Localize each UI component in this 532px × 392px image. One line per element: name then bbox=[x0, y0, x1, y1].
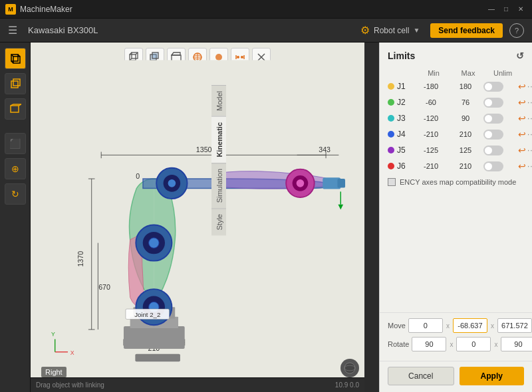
rotate-z-input[interactable] bbox=[501, 337, 532, 351]
svg-text:Y: Y bbox=[51, 331, 55, 338]
limits-header: Min Max Unlim bbox=[388, 69, 524, 77]
j3-more-button[interactable]: ··· bbox=[527, 114, 532, 123]
rotate-x-input[interactable] bbox=[412, 337, 446, 351]
main-area: ⬛ ⊕ ↻ bbox=[0, 43, 532, 392]
rotate-y-input[interactable] bbox=[456, 337, 491, 351]
joint-row-j1: J1 -180 180 ↩ ··· bbox=[388, 80, 524, 93]
j6-more-button[interactable]: ··· bbox=[527, 161, 532, 171]
j1-more-button[interactable]: ··· bbox=[527, 82, 532, 91]
j1-toggle[interactable] bbox=[483, 82, 503, 92]
app-title: MachineMaker bbox=[20, 5, 72, 14]
move-x-input[interactable] bbox=[408, 318, 443, 333]
j6-min: -210 bbox=[414, 162, 448, 170]
col-min: Min bbox=[417, 69, 450, 77]
view-label: Right bbox=[41, 367, 66, 377]
joint-dot-j6 bbox=[388, 163, 394, 169]
toolbar-cube3-button[interactable] bbox=[5, 98, 26, 120]
joint-row-j2: J2 -60 76 ↩ ··· bbox=[388, 96, 524, 109]
j4-arrow-icon[interactable]: ↩ bbox=[518, 129, 526, 140]
toolbar-cube1-button[interactable] bbox=[5, 48, 26, 69]
svg-rect-66 bbox=[337, 179, 345, 188]
toolbar-cube2-button[interactable] bbox=[5, 73, 26, 94]
j4-toggle[interactable] bbox=[483, 130, 503, 140]
svg-rect-31 bbox=[31, 60, 364, 374]
svg-text:670: 670 bbox=[98, 283, 110, 291]
move-rotate-panel: Move x x Rotate x x bbox=[380, 312, 532, 361]
robot-cell-selector[interactable]: ⚙ Robot cell ▼ bbox=[360, 24, 420, 37]
joint-dot-j1 bbox=[388, 83, 394, 90]
j1-arrow-icon[interactable]: ↩ bbox=[518, 81, 526, 92]
j3-arrow-icon[interactable]: ↩ bbox=[518, 113, 526, 124]
j5-toggle[interactable] bbox=[483, 146, 503, 155]
app-icon: M bbox=[5, 4, 16, 15]
maximize-button[interactable]: □ bbox=[500, 5, 512, 14]
tab-simulation[interactable]: Simulation bbox=[211, 163, 226, 208]
coordinates: 10.9 0.0 bbox=[335, 381, 359, 389]
toolbar-move-button[interactable]: ⊕ bbox=[5, 158, 26, 179]
cancel-button[interactable]: Cancel bbox=[388, 367, 454, 385]
joint-dot-j4 bbox=[388, 131, 394, 138]
j4-more-button[interactable]: ··· bbox=[527, 130, 532, 139]
svg-text:1350: 1350 bbox=[196, 146, 212, 153]
joint-row-j6: J6 -210 210 ↩ ··· bbox=[388, 159, 524, 173]
feedback-button[interactable]: Send feedback bbox=[430, 23, 503, 38]
tab-model[interactable]: Model bbox=[211, 85, 226, 116]
menu-icon[interactable]: ☰ bbox=[8, 24, 17, 37]
toolbar-rotate-button[interactable]: ↻ bbox=[5, 183, 26, 205]
joint-row-j5: J5 -125 125 ↩ ··· bbox=[388, 144, 524, 157]
j6-arrow-icon[interactable]: ↩ bbox=[518, 161, 526, 171]
robot-cell-dropdown-icon[interactable]: ▼ bbox=[413, 27, 420, 34]
move-z-input[interactable] bbox=[497, 318, 532, 333]
rotate-row: Rotate x x bbox=[388, 337, 524, 351]
viewport[interactable]: 1350 343 0 1370 670 210 bbox=[31, 43, 364, 392]
col-max: Max bbox=[452, 69, 485, 77]
joint-dot-j3 bbox=[388, 115, 394, 122]
j2-max: 76 bbox=[449, 98, 482, 106]
j2-more-button[interactable]: ··· bbox=[527, 98, 532, 107]
j3-min: -120 bbox=[414, 114, 448, 122]
col-unlim: Unlim bbox=[486, 69, 519, 77]
refresh-icon[interactable]: ↺ bbox=[516, 50, 524, 61]
move-y-input[interactable] bbox=[453, 318, 487, 333]
ency-checkbox[interactable] bbox=[388, 178, 396, 186]
joint-label-j4: J4 bbox=[388, 130, 412, 139]
help-button[interactable]: ? bbox=[509, 23, 524, 38]
joint-label-j3: J3 bbox=[388, 114, 412, 123]
joint-label-j1: J1 bbox=[388, 82, 412, 91]
ency-label: ENCY axes map compatibility mode bbox=[400, 178, 516, 186]
panel-content: Limits ↺ Min Max Unlim J1 -180 18 bbox=[380, 43, 532, 312]
minimize-button[interactable]: — bbox=[485, 5, 497, 14]
tab-style[interactable]: Style bbox=[211, 208, 226, 235]
rotate-y-separator: x bbox=[494, 341, 497, 348]
left-toolbar: ⬛ ⊕ ↻ bbox=[0, 43, 31, 392]
svg-rect-5 bbox=[11, 81, 18, 88]
j5-arrow-icon[interactable]: ↩ bbox=[518, 145, 526, 155]
robot-icon: ⚙ bbox=[360, 24, 370, 37]
tab-kinematic[interactable]: Kinematic bbox=[211, 116, 226, 163]
j3-toggle[interactable] bbox=[483, 114, 503, 124]
j5-more-button[interactable]: ··· bbox=[527, 146, 532, 155]
joint-label-j6: J6 bbox=[388, 161, 412, 171]
j2-min: -60 bbox=[414, 98, 448, 106]
rotate-label: Rotate bbox=[388, 340, 409, 348]
svg-point-61 bbox=[168, 179, 176, 187]
j6-toggle[interactable] bbox=[483, 161, 503, 171]
joint-label-j2: J2 bbox=[388, 98, 412, 107]
j5-max: 125 bbox=[449, 146, 482, 154]
j6-max: 210 bbox=[449, 162, 482, 170]
limits-title: Limits ↺ bbox=[388, 50, 524, 61]
right-panel: Limits ↺ Min Max Unlim J1 -180 18 bbox=[379, 43, 532, 392]
sphere-button[interactable] bbox=[340, 359, 359, 377]
window-controls: — □ ✕ bbox=[485, 5, 527, 14]
apply-button[interactable]: Apply bbox=[460, 367, 525, 385]
move-y-separator: x bbox=[491, 322, 494, 330]
j2-arrow-icon[interactable]: ↩ bbox=[518, 97, 526, 108]
svg-rect-6 bbox=[13, 79, 20, 86]
close-button[interactable]: ✕ bbox=[515, 5, 527, 14]
side-tabs: Model Kinematic Simulation Style bbox=[211, 85, 226, 392]
j2-toggle[interactable] bbox=[483, 98, 503, 108]
toolbar-select-button[interactable]: ⬛ bbox=[5, 133, 26, 154]
j3-max: 90 bbox=[449, 114, 482, 122]
joint-row-j4: J4 -210 210 ↩ ··· bbox=[388, 128, 524, 141]
svg-text:0: 0 bbox=[136, 172, 140, 180]
